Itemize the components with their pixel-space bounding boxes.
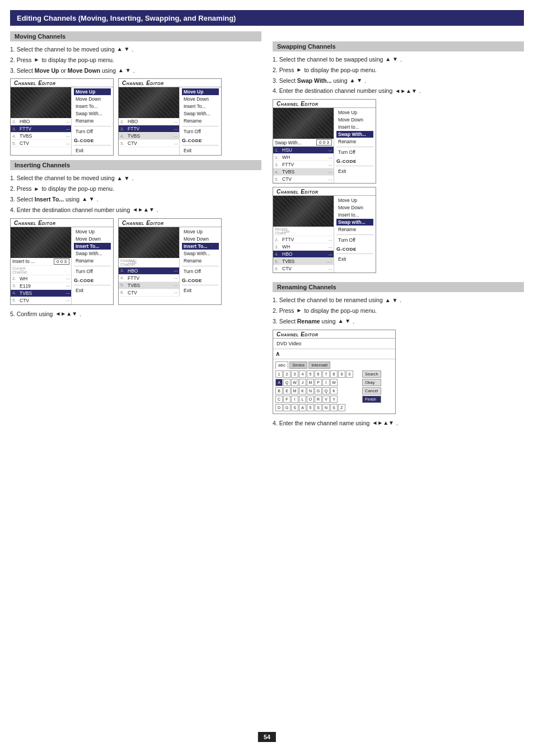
menu-exit-sw1[interactable]: Exit: [336, 168, 373, 175]
tab-simbs[interactable]: Simbs: [289, 361, 307, 369]
menu-insert-to-ins[interactable]: Insert To...: [74, 243, 111, 250]
key-E[interactable]: E: [283, 387, 291, 395]
menu-insert-to[interactable]: Insert To...: [74, 103, 111, 110]
menu-insert-to-ins2[interactable]: Insert To...: [182, 243, 219, 250]
menu-rename-ins[interactable]: Rename: [74, 257, 111, 264]
key-N[interactable]: N: [307, 387, 314, 395]
menu-rename[interactable]: Rename: [74, 118, 111, 124]
menu-turn-off-sw1[interactable]: Turn Off: [336, 149, 373, 156]
menu-turn-off[interactable]: Turn Off: [74, 128, 111, 135]
menu-move-down-sw2[interactable]: Move Down: [336, 204, 373, 211]
key-C[interactable]: C: [275, 396, 283, 403]
tab-abc[interactable]: abc: [275, 361, 288, 369]
menu-move-down-2[interactable]: Move Down: [182, 96, 219, 102]
menu-move-up-sw1[interactable]: Move Up: [336, 109, 373, 116]
channel-item: 2.HBO----: [11, 118, 71, 125]
menu-exit-2[interactable]: Exit: [182, 147, 219, 154]
menu-move-down-sw1[interactable]: Move Down: [336, 116, 373, 123]
menu-turn-off-ins2[interactable]: Turn Off: [182, 268, 219, 275]
key-J[interactable]: J: [299, 379, 306, 386]
menu-insert-to-sw2[interactable]: Insert to...: [336, 212, 373, 218]
key-R[interactable]: R: [315, 396, 322, 403]
moving-section-header: Moving Channels: [10, 31, 261, 41]
key-4[interactable]: 4: [299, 370, 306, 378]
key-1[interactable]: 1: [275, 370, 283, 378]
menu-rename-2[interactable]: Rename: [182, 118, 219, 124]
key-6[interactable]: 6: [315, 370, 322, 378]
menu-swap-with-sw1[interactable]: Swap With...: [336, 131, 373, 138]
key-F[interactable]: F: [283, 396, 291, 403]
key-B[interactable]: B: [275, 387, 283, 395]
key-9[interactable]: 9: [338, 370, 345, 378]
key-Z[interactable]: Z: [338, 404, 345, 411]
menu-swap-with-2[interactable]: Swap With...: [182, 110, 219, 117]
menu-turn-off-ins[interactable]: Turn Off: [74, 268, 111, 275]
key-S[interactable]: S: [291, 404, 298, 411]
key-W2[interactable]: W: [330, 379, 338, 386]
key-I2[interactable]: I: [291, 396, 298, 403]
menu-move-up-sw2[interactable]: Move Up: [336, 197, 373, 204]
insert-input-box[interactable]: 0 0 3: [54, 259, 69, 265]
key-Q[interactable]: Q: [283, 379, 291, 386]
channel-item-selected: 3.HBO----: [119, 267, 179, 275]
menu-rename-sw1[interactable]: Rename: [336, 138, 373, 145]
key-N2[interactable]: N: [322, 404, 330, 411]
menu-insert-to-2[interactable]: Insert To...: [182, 103, 219, 110]
key-K2[interactable]: K: [330, 387, 338, 395]
key-5b[interactable]: 5: [307, 404, 314, 411]
btn-okay[interactable]: Okay: [362, 379, 381, 386]
menu-turn-off-sw2[interactable]: Turn Off: [336, 237, 373, 243]
menu-swap-with-ins[interactable]: Swap With...: [74, 250, 111, 257]
key-W[interactable]: W: [291, 379, 298, 386]
key-A[interactable]: A: [275, 379, 283, 386]
key-S2[interactable]: S: [315, 404, 322, 411]
menu-exit[interactable]: Exit: [74, 147, 111, 154]
key-G[interactable]: G: [315, 387, 322, 395]
key-O[interactable]: O: [307, 396, 314, 403]
btn-finish[interactable]: Finish: [362, 396, 381, 403]
key-8[interactable]: 8: [330, 370, 338, 378]
tab-international[interactable]: Internatl: [308, 361, 330, 369]
key-I[interactable]: I: [322, 379, 330, 386]
menu-move-up-ins2[interactable]: Move Up: [182, 228, 219, 235]
menu-rename-ins2[interactable]: Rename: [182, 257, 219, 264]
menu-insert-to-sw1[interactable]: Insert to...: [336, 124, 373, 130]
key-Q2[interactable]: Q: [322, 387, 330, 395]
menu-move-up-2[interactable]: Move Up: [182, 88, 219, 95]
menu-move-up-ins[interactable]: Move Up: [74, 228, 111, 235]
key-M2[interactable]: M: [291, 387, 298, 395]
menu-swap-with-sw2[interactable]: Swap with...: [336, 219, 373, 226]
key-M[interactable]: M: [307, 379, 314, 386]
key-V[interactable]: V: [322, 396, 330, 403]
menu-move-down-ins[interactable]: Move Down: [74, 236, 111, 242]
key-K[interactable]: K: [299, 387, 306, 395]
btn-search[interactable]: Search: [362, 370, 381, 378]
key-0[interactable]: 0: [346, 370, 353, 378]
key-L[interactable]: L: [299, 396, 306, 403]
menu-exit-sw2[interactable]: Exit: [336, 256, 373, 262]
key-3[interactable]: 3: [291, 370, 298, 378]
key-D[interactable]: D: [275, 404, 283, 411]
rename-keyboard-body: 1 2 3 4 5 6 7 8 9 0: [275, 370, 393, 411]
menu-swap-with[interactable]: Swap With...: [74, 110, 111, 117]
key-A2[interactable]: A: [299, 404, 306, 411]
menu-move-down[interactable]: Move Down: [74, 96, 111, 102]
swap-input-box[interactable]: 0 0 3: [316, 139, 332, 145]
key-2[interactable]: 2: [283, 370, 291, 378]
ce-thumbnail-1: [11, 87, 71, 118]
key-7[interactable]: 7: [322, 370, 330, 378]
menu-exit-ins[interactable]: Exit: [74, 287, 111, 294]
key-P[interactable]: P: [315, 379, 322, 386]
key-S3[interactable]: S: [330, 404, 338, 411]
channel-item-selected: 1.HSU----: [273, 147, 334, 154]
key-5[interactable]: 5: [307, 370, 314, 378]
menu-turn-off-2[interactable]: Turn Off: [182, 128, 219, 135]
menu-exit-ins2[interactable]: Exit: [182, 287, 219, 294]
btn-cancel[interactable]: Cancel: [362, 387, 381, 395]
menu-swap-with-ins2[interactable]: Swap With...: [182, 250, 219, 257]
menu-move-up[interactable]: Move Up: [74, 88, 111, 95]
key-G2[interactable]: G: [283, 404, 291, 411]
key-Y[interactable]: Y: [330, 396, 338, 403]
menu-rename-sw2[interactable]: Rename: [336, 226, 373, 233]
menu-move-down-ins2[interactable]: Move Down: [182, 236, 219, 242]
